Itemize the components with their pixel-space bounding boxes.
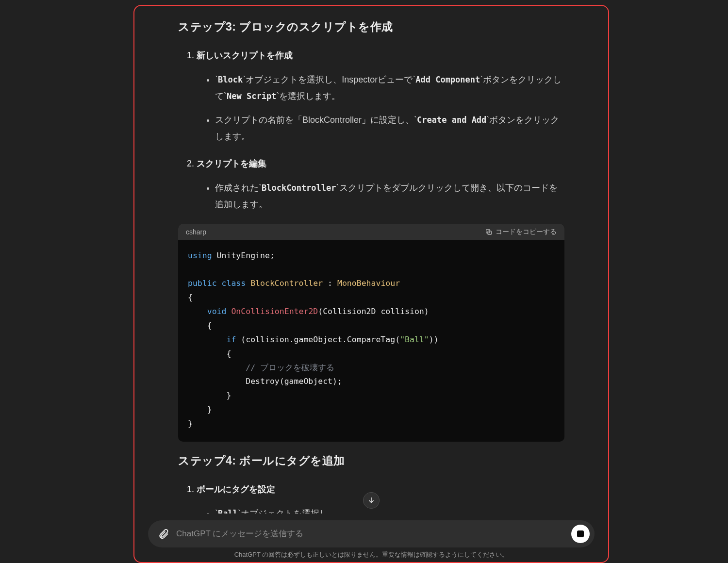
step4-title: ステップ4: ボールにタグを追加 <box>178 453 564 468</box>
inline-code: Add Component <box>415 75 480 84</box>
attach-button[interactable] <box>155 525 172 543</box>
list-item: 作成された`BlockController`スクリプトをダブルクリックして開き、… <box>215 180 564 213</box>
code-block: csharp コードをコピーする using UnityEngine; publ… <box>178 224 564 442</box>
inline-code: Block <box>218 75 243 84</box>
step3-item-2: スクリプトを編集 作成された`BlockController`スクリプトをダブル… <box>197 155 564 213</box>
step3-title: ステップ3: ブロックのスクリプトを作成 <box>178 19 564 34</box>
copy-icon <box>485 228 493 236</box>
step3-item-1-sublist: `Block`オブジェクトを選択し、Inspectorビューで`Add Comp… <box>197 71 564 145</box>
step3-item-2-head: スクリプトを編集 <box>197 159 266 168</box>
message-input-bar <box>148 520 595 547</box>
scroll-to-bottom-button[interactable] <box>363 492 380 509</box>
copy-code-button[interactable]: コードをコピーする <box>485 228 557 236</box>
step3-list: 新しいスクリプトを作成 `Block`オブジェクトを選択し、Inspectorビ… <box>178 47 564 213</box>
inline-code: New Script <box>227 91 276 101</box>
code-language-label: csharp <box>186 228 206 236</box>
step3-item-1-head: 新しいスクリプトを作成 <box>197 50 293 60</box>
stop-icon <box>577 530 584 537</box>
disclaimer-text: ChatGPT の回答は必ずしも正しいとは限りません。重要な情報は確認するように… <box>134 550 608 559</box>
step4-item-1-head: ボールにタグを設定 <box>197 484 275 494</box>
inline-code: BlockController <box>262 183 336 193</box>
stop-generating-button[interactable] <box>571 525 590 543</box>
list-item: スクリプトの名前を「BlockController」に設定し、`Create a… <box>215 112 564 145</box>
inline-code: Create and Add <box>417 115 486 125</box>
highlighted-region: ステップ3: ブロックのスクリプトを作成 新しいスクリプトを作成 `Block`… <box>133 5 609 563</box>
list-item: `Ball`オブジェクトを選択し、 <box>215 505 564 513</box>
arrow-down-icon <box>367 496 376 505</box>
inline-code: Ball <box>218 509 238 513</box>
chat-content: ステップ3: ブロックのスクリプトを作成 新しいスクリプトを作成 `Block`… <box>134 6 608 513</box>
step4-item-1: ボールにタグを設定 `Ball`オブジェクトを選択し、 <box>197 481 564 513</box>
message-input[interactable] <box>172 529 571 539</box>
step3-item-2-sublist: 作成された`BlockController`スクリプトをダブルクリックして開き、… <box>197 180 564 213</box>
step3-item-1: 新しいスクリプトを作成 `Block`オブジェクトを選択し、Inspectorビ… <box>197 47 564 145</box>
code-header: csharp コードをコピーする <box>178 224 564 240</box>
paperclip-icon <box>158 528 169 540</box>
list-item: `Block`オブジェクトを選択し、Inspectorビューで`Add Comp… <box>215 71 564 104</box>
code-body[interactable]: using UnityEngine; public class BlockCon… <box>178 240 564 442</box>
step4-item-1-sublist: `Ball`オブジェクトを選択し、 <box>197 505 564 513</box>
